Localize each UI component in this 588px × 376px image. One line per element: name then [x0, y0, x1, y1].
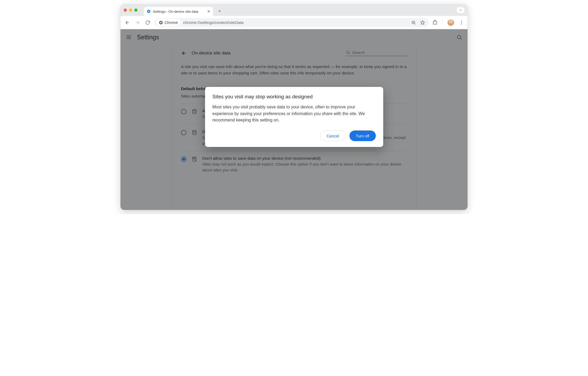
cancel-button[interactable]: Cancel — [320, 130, 346, 141]
svg-point-3 — [160, 22, 161, 23]
window-minimize-button[interactable] — [129, 9, 132, 12]
new-tab-button[interactable]: ＋ — [215, 8, 224, 14]
tabs-dropdown-button[interactable] — [457, 7, 464, 13]
address-bar[interactable]: Chrome chrome://settings/content/siteDat… — [155, 18, 429, 27]
dialog-scrim[interactable]: Sites you visit may stop working as desi… — [120, 29, 468, 210]
svg-point-9 — [461, 21, 462, 22]
reload-button[interactable] — [144, 19, 151, 26]
window-maximize-button[interactable] — [134, 9, 137, 12]
svg-marker-8 — [421, 20, 425, 24]
svg-point-10 — [461, 22, 462, 23]
toolbar-right — [432, 19, 464, 26]
traffic-lights — [124, 9, 137, 12]
toolbar-divider — [442, 20, 443, 26]
gear-icon — [147, 9, 151, 14]
profile-avatar[interactable] — [447, 19, 454, 26]
back-button[interactable] — [124, 19, 131, 26]
forward-button[interactable] — [134, 19, 141, 26]
kebab-menu-icon[interactable] — [459, 20, 464, 25]
confirm-dialog: Sites you visit may stop working as desi… — [205, 87, 383, 147]
address-bar-actions — [411, 20, 427, 25]
tab-close-icon[interactable]: ✕ — [207, 9, 210, 14]
site-chip-label: Chrome — [165, 20, 178, 25]
window-close-button[interactable] — [124, 9, 127, 12]
dialog-body: Most sites you visit probably save data … — [212, 104, 376, 124]
content-area: Settings On-device site data A sit — [120, 29, 468, 210]
toolbar: Chrome chrome://settings/content/siteDat… — [120, 16, 468, 29]
titlebar: Settings - On-device site data ✕ ＋ — [120, 4, 468, 16]
extensions-icon[interactable] — [432, 20, 437, 25]
chrome-icon — [159, 20, 163, 25]
tab-title: Settings - On-device site data — [153, 10, 198, 14]
site-info-chip[interactable]: Chrome — [156, 19, 181, 26]
browser-tab[interactable]: Settings - On-device site data ✕ — [144, 7, 213, 16]
url-text: chrome://settings/content/siteData — [183, 20, 408, 25]
svg-point-11 — [461, 23, 462, 24]
browser-window: Settings - On-device site data ✕ ＋ Chrom… — [120, 4, 468, 210]
bookmark-star-icon[interactable] — [420, 20, 425, 25]
dialog-title: Sites you visit may stop working as desi… — [212, 94, 376, 100]
svg-line-5 — [414, 23, 415, 24]
dialog-actions: Cancel Turn off — [212, 130, 376, 141]
turn-off-button[interactable]: Turn off — [349, 130, 376, 141]
zoom-icon[interactable] — [411, 20, 416, 25]
